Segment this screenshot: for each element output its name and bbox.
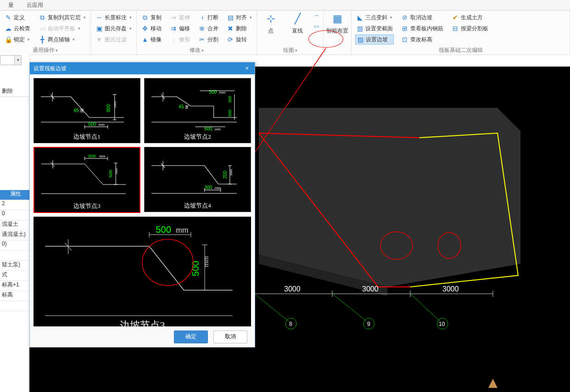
btn-offset[interactable]: ⇉偏移	[169, 23, 191, 34]
prop-row[interactable]: 0	[0, 210, 29, 220]
svg-text:45: 45	[179, 104, 184, 109]
btn-copy-layer[interactable]: ⧉复制到其它层▾	[38, 12, 87, 22]
chevron-down-icon: ▾	[14, 56, 21, 65]
svg-line-10	[254, 294, 289, 321]
btn-split-by-beam[interactable]: ⊟按梁分割板	[451, 23, 489, 34]
layer-combo[interactable]: ▾	[0, 55, 22, 65]
svg-text:mm: mm	[215, 186, 221, 190]
btn-delete[interactable]: ✖删除	[226, 23, 253, 34]
group-label-modify: 修改▾	[140, 46, 253, 55]
ruler-icon: ↔	[95, 14, 103, 21]
elevation-icon: ⊡	[401, 36, 408, 43]
svg-text:500: 500	[156, 224, 171, 235]
prop-row[interactable]: 疑土泵)	[0, 261, 29, 271]
btn-point[interactable]: ⊹点	[261, 11, 281, 39]
svg-text:mm: mm	[229, 169, 233, 175]
svg-text:mm: mm	[215, 127, 221, 131]
btn-lock[interactable]: 🔒锁定▾	[4, 34, 31, 45]
btn-auto-level: ▭自动平齐板▾	[38, 23, 87, 34]
svg-text:500: 500	[89, 122, 96, 127]
btn-split[interactable]: ✂分割	[197, 34, 219, 45]
slope-option-2[interactable]: 45度 500mm 600mm 300 500 边坡节点2	[144, 78, 251, 143]
tab-measure[interactable]: 量	[2, 0, 20, 10]
btn-set-section[interactable]: ▥设置变截面	[355, 23, 394, 34]
tab-cloud[interactable]: 云应用	[20, 0, 50, 10]
prop-row[interactable]: 标高+1	[0, 281, 29, 291]
cloud-icon: ☁	[5, 25, 12, 32]
btn-two-point-axis[interactable]: ╋两点辅轴▾	[38, 34, 87, 45]
dim-text: 3000	[284, 285, 301, 293]
slope-option-3[interactable]: 500mm 500mm 边坡节点3	[34, 147, 140, 213]
ok-button[interactable]: 确定	[174, 330, 208, 343]
svg-marker-18	[488, 379, 497, 388]
prop-row[interactable]: 2	[0, 200, 29, 210]
earthwork-icon: ✔	[452, 14, 459, 21]
btn-merge[interactable]: ⊕合并	[197, 23, 219, 34]
svg-line-12	[410, 294, 440, 321]
svg-text:mm: mm	[176, 226, 189, 234]
dialog-title: 设置筏板边坡	[34, 65, 67, 73]
axis-label: 8	[289, 321, 292, 327]
option-label: 边坡节点3	[34, 202, 140, 210]
copy-icon: ⧉	[141, 14, 149, 21]
save-icon: ▣	[95, 25, 103, 32]
arc-icon[interactable]: ⌒	[314, 14, 319, 22]
btn-align[interactable]: ▤对齐▾	[226, 12, 253, 22]
btn-move[interactable]: ✥移动	[140, 23, 162, 34]
option-label: 边坡节点2	[145, 133, 251, 141]
pencil-icon: ✎	[5, 14, 12, 21]
section-icon: ▥	[356, 25, 363, 32]
svg-line-11	[332, 294, 367, 321]
point-icon: ⊹	[263, 11, 278, 26]
delete-icon: ✖	[227, 25, 234, 32]
prop-row[interactable]	[0, 301, 29, 311]
svg-text:500: 500	[209, 90, 217, 95]
mirror-icon: ▲	[141, 36, 149, 43]
prop-row[interactable]: 混凝土	[0, 220, 29, 230]
merge-icon: ⊕	[198, 25, 206, 32]
dialog-titlebar[interactable]: 设置筏板边坡 ×	[30, 62, 255, 74]
group-label-raft: 筏板基础二次编辑	[355, 46, 566, 55]
prop-row[interactable]: 式	[0, 271, 29, 281]
level-icon: ▭	[39, 25, 46, 32]
split-icon: ✂	[198, 36, 206, 43]
btn-mirror[interactable]: ▲镜像	[140, 34, 162, 45]
cancel-slope-icon: ⊘	[401, 14, 408, 21]
svg-text:300: 300	[205, 185, 212, 190]
prop-row[interactable]: 标高	[0, 291, 29, 301]
rect-icon[interactable]: ▭	[314, 23, 319, 29]
btn-line[interactable]: ╱直线	[287, 11, 307, 39]
group-label-draw: 绘图▾	[261, 46, 319, 55]
axis-label: 10	[439, 321, 445, 327]
btn-three-point-slope[interactable]: ◣三点变斜▾	[355, 12, 394, 22]
btn-copy[interactable]: ⧉复制	[140, 12, 162, 22]
btn-break[interactable]: ⫞打断	[197, 12, 219, 22]
slope-option-4[interactable]: 300mm 200mm 边坡节点4	[144, 147, 251, 212]
svg-text:mm: mm	[113, 101, 117, 107]
cancel-button[interactable]: 取消	[213, 330, 247, 343]
prop-row[interactable]	[0, 251, 29, 261]
btn-delete-side[interactable]: 删除	[0, 87, 29, 97]
btn-cancel-slope[interactable]: ⊘取消边坡	[400, 12, 444, 22]
slope-preview: 500 mm 500 mm 边坡节点3	[34, 217, 251, 336]
btn-generate-earthwork[interactable]: ✔生成土方	[451, 12, 489, 22]
btn-rotate[interactable]: ⟳旋转	[226, 34, 253, 45]
move-icon: ✥	[141, 25, 149, 32]
btn-view-rebar[interactable]: ⊞查看板内钢筋	[400, 23, 444, 34]
menu-tabs: 量 云应用	[0, 0, 570, 11]
close-icon[interactable]: ×	[243, 65, 251, 72]
btn-check-elevation[interactable]: ⊡查改标高	[400, 34, 444, 45]
btn-set-slope[interactable]: ▨设置边坡	[355, 34, 394, 45]
btn-element-save[interactable]: ▣图元存盘▾	[95, 23, 133, 34]
btn-cloud-check[interactable]: ☁云检查	[4, 23, 31, 34]
split-beam-icon: ⊟	[452, 25, 459, 32]
prop-row[interactable]: 通混凝土)	[0, 230, 29, 241]
prop-row[interactable]: 0)	[0, 241, 29, 251]
svg-text:500: 500	[88, 153, 96, 158]
btn-define[interactable]: ✎定义	[4, 12, 31, 22]
break-icon: ⫞	[198, 14, 206, 21]
btn-length-dim[interactable]: ↔长度标注▾	[95, 12, 133, 22]
slope-option-1[interactable]: 45度 500mm 800mm 边坡节点1	[34, 78, 140, 143]
group-label-general: 通用操作▾	[4, 46, 87, 55]
rotate-icon: ⟳	[227, 36, 234, 43]
